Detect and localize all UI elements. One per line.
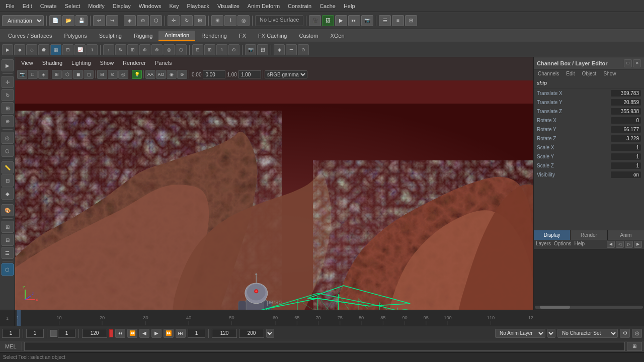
menu-cache[interactable]: Cache (316, 2, 339, 10)
cb-val-sz[interactable]: 1 (611, 162, 641, 169)
tab-polygons[interactable]: Polygons (58, 31, 93, 40)
menu-playback[interactable]: Playback (183, 2, 213, 10)
timeline-range[interactable]: 1 10 20 30 40 50 60 65 70 75 80 85 90 (15, 310, 533, 326)
t2-inbetween[interactable]: ⬟ (38, 44, 49, 55)
lasso-tool-btn[interactable]: ⊙ (137, 15, 149, 26)
new-scene-btn[interactable]: 📄 (49, 15, 61, 26)
cb-scrollbar[interactable] (534, 304, 644, 310)
menu-help[interactable]: Help (340, 2, 359, 10)
pb-range-dropdown[interactable]: ▾ (266, 329, 274, 338)
tab-fx-caching[interactable]: FX Caching (252, 31, 293, 40)
select-tool-btn[interactable]: ◈ (124, 15, 136, 26)
pb-extra1[interactable]: ⚙ (620, 329, 630, 338)
cb-dock-btn[interactable]: □ (624, 59, 632, 67)
lt-grid2[interactable]: ⊟ (2, 234, 14, 246)
vp-tb-select[interactable]: □ (28, 70, 38, 79)
vp-exposure-field[interactable] (203, 70, 225, 78)
pb-fill-frame[interactable] (58, 329, 75, 338)
menu-create[interactable]: Create (37, 2, 60, 10)
menu-file[interactable]: File (2, 2, 18, 10)
menu-select[interactable]: Select (61, 2, 84, 10)
anim-layer3-btn[interactable]: ⊟ (405, 15, 417, 26)
cb-row-vis[interactable]: Visibility on (534, 170, 644, 179)
pb-anim-layer-dropdown[interactable]: No Anim Layer (495, 329, 545, 338)
tab-rendering[interactable]: Rendering (195, 31, 233, 40)
pb-go-end[interactable]: ⏭ (176, 329, 186, 338)
vp-tb-isolated[interactable]: ◈ (38, 70, 48, 79)
cb-bot-tab-render[interactable]: Render (571, 230, 607, 240)
t2-misc2[interactable]: ☰ (286, 44, 297, 55)
cb-bot-tab-anim[interactable]: Anim (608, 230, 644, 240)
t2-rot[interactable]: ↻ (115, 44, 126, 55)
anim-layer-btn[interactable]: ☰ (379, 15, 391, 26)
tab-custom[interactable]: Custom (293, 31, 325, 40)
t2-snap2[interactable]: ⊞ (204, 44, 215, 55)
t2-snap3[interactable]: ⌇ (216, 44, 227, 55)
vp-tb-aa[interactable]: AA (145, 70, 155, 79)
timeline[interactable]: 1 1 10 20 30 40 50 60 65 70 75 80 (0, 310, 644, 326)
lt-render[interactable]: 🎨 (2, 204, 14, 216)
vp-tb-dof[interactable]: ◉ (167, 70, 177, 79)
cmd-input[interactable] (24, 342, 625, 351)
vp-tb-cameras[interactable]: 📷 (17, 70, 27, 79)
cb-tab-channels[interactable]: Channels (535, 70, 562, 77)
vp-menu-lighting[interactable]: Lighting (67, 59, 95, 67)
snap-curve-btn[interactable]: ⌇ (224, 15, 236, 26)
pb-extra2[interactable]: ◎ (632, 329, 642, 338)
t2-tool7[interactable]: ⬡ (176, 44, 187, 55)
render-btn[interactable]: 🖼 (322, 15, 334, 26)
anim-layer2-btn[interactable]: ≡ (392, 15, 404, 26)
vp-tb-shading3[interactable]: ◻ (84, 70, 94, 79)
redo-btn[interactable]: ↪ (106, 15, 118, 26)
lt-measure[interactable]: 📏 (2, 161, 14, 173)
cb-row-rx[interactable]: Rotate X 0 (534, 116, 644, 125)
cb-lm-help[interactable]: Help (574, 241, 585, 248)
vp-tb-motion[interactable]: ⊗ (177, 70, 187, 79)
cmd-script-btn[interactable]: ⊞ (627, 342, 642, 351)
cb-val-tx[interactable]: 369.783 (611, 90, 641, 97)
menu-visualize[interactable]: Visualize (214, 2, 243, 10)
pb-current-frame2[interactable] (188, 329, 205, 338)
lt-soft-mod[interactable]: ◎ (2, 132, 14, 144)
t2-anim-box[interactable]: ▦ (50, 44, 61, 55)
pb-range-start[interactable]: 120 (212, 329, 237, 338)
lt-sculpt[interactable]: ⬡ (2, 145, 14, 157)
cb-scroll-thumb[interactable] (540, 306, 570, 309)
cb-lm-options[interactable]: Options (554, 241, 571, 248)
cb-row-sx[interactable]: Scale X 1 (534, 143, 644, 152)
lt-grid[interactable]: ⊞ (2, 221, 14, 233)
move-tool-btn[interactable]: ✛ (168, 15, 180, 26)
tab-fx[interactable]: FX (233, 31, 252, 40)
menu-key[interactable]: Key (166, 2, 182, 10)
tab-xgen[interactable]: XGen (324, 31, 350, 40)
cb-val-tz[interactable]: 355.938 (611, 108, 641, 115)
cb-tab-edit[interactable]: Edit (563, 70, 578, 77)
vp-menu-shading[interactable]: Shading (38, 59, 66, 67)
cb-lm-layers[interactable]: Layers (536, 241, 551, 248)
workspace-dropdown[interactable]: Animation (2, 15, 44, 26)
tab-sculpting[interactable]: Sculpting (93, 31, 128, 40)
t2-scale[interactable]: ⊞ (127, 44, 138, 55)
t2-keyframe[interactable]: ◆ (14, 44, 25, 55)
cb-val-ry[interactable]: 66.177 (611, 126, 641, 133)
vp-colorspace-dropdown[interactable]: sRGB gamma (265, 70, 307, 78)
pb-play-fwd[interactable]: ▶ (151, 329, 162, 338)
vp-menu-show[interactable]: Show (96, 59, 118, 67)
cb-layer-btn3[interactable]: ▷ (625, 241, 633, 248)
vp-tb-ssao[interactable]: AO (156, 70, 166, 79)
cb-row-tz[interactable]: Translate Z 355.938 (534, 107, 644, 116)
pb-current-frame[interactable]: 1 (26, 329, 44, 338)
viewport[interactable]: View Shading Lighting Show Renderer Pane… (15, 57, 533, 310)
vp-menu-renderer[interactable]: Renderer (119, 59, 150, 67)
menu-display[interactable]: Display (109, 2, 134, 10)
cb-tab-show[interactable]: Show (600, 70, 619, 77)
vp-menu-view[interactable]: View (17, 59, 37, 67)
vp-gamma-field[interactable] (238, 70, 261, 78)
cb-bot-tab-display[interactable]: Display (534, 230, 571, 240)
cb-row-ry[interactable]: Rotate Y 66.177 (534, 125, 644, 134)
cb-layer-btn4[interactable]: ▶ (634, 241, 642, 248)
pb-range-marker[interactable] (109, 329, 113, 337)
lt-scale[interactable]: ⊞ (2, 102, 14, 114)
undo-btn[interactable]: ↩ (93, 15, 105, 26)
render-cam-btn[interactable]: 📷 (361, 15, 373, 26)
